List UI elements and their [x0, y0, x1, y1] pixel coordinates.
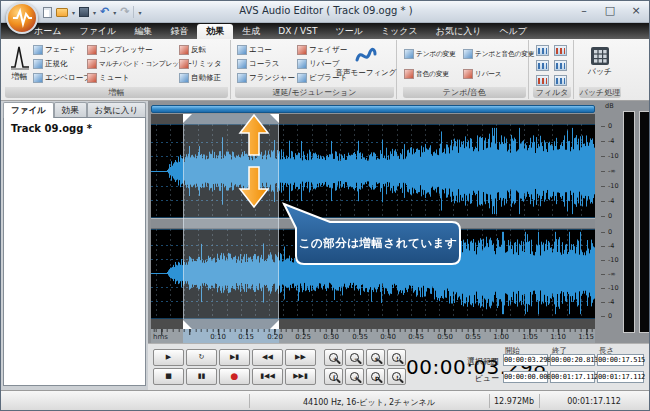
sidebar-tab-favorites[interactable]: お気に入り: [87, 102, 146, 117]
db-unit-label: dB: [605, 102, 614, 110]
tab-generate[interactable]: 生成: [233, 24, 269, 39]
zoom-selection-icon: [: [329, 372, 338, 381]
change-tempo-button[interactable]: テンポの変更: [404, 48, 456, 60]
time-ruler[interactable]: hms 0:10 0:15 0:20 0:25 0:30 0:35 0:40 0…: [151, 329, 595, 343]
tab-help[interactable]: ヘルプ: [490, 24, 536, 39]
tab-dx-vst[interactable]: DX / VST: [269, 24, 326, 39]
ribbon-group-delay-modulation: エコー コーラス フランジャー フェイザー リバーブ ビブラート 音声モーフィン…: [233, 40, 397, 99]
zoom-out-button[interactable]: −: [345, 349, 364, 366]
tab-mix[interactable]: ミックス: [372, 24, 427, 39]
selection-strip-top[interactable]: [151, 114, 595, 124]
filter-eq-icon-2[interactable]: [554, 45, 567, 56]
selection-end-flag-icon[interactable]: [270, 114, 279, 123]
change-tempo-icon: [404, 49, 414, 59]
rewind-button[interactable]: ◀◀: [252, 349, 283, 366]
zoom-selection-button[interactable]: [: [324, 368, 343, 385]
selection-start-flag-bottom-icon[interactable]: [183, 320, 192, 329]
ribbon-group-filters: フィルター: [531, 40, 574, 99]
zoom-in-button[interactable]: +: [324, 349, 343, 366]
view-start-field[interactable]: 00:00:00.000: [503, 371, 548, 383]
selection-end-flag-bottom-icon[interactable]: [270, 320, 279, 329]
zoom-custom-button[interactable]: !: [387, 368, 406, 385]
fade-button[interactable]: フェード: [33, 44, 76, 56]
filter-eq-icon-6[interactable]: [554, 75, 567, 86]
selection-range-bottom[interactable]: [183, 319, 279, 329]
sidebar-tab-files[interactable]: ファイル: [3, 102, 54, 118]
batch-button[interactable]: バッチ: [582, 46, 618, 77]
go-to-end-button[interactable]: ▶▶▮: [285, 368, 316, 385]
echo-icon: [237, 45, 247, 55]
view-end-field[interactable]: 00:01:17.112: [550, 371, 595, 383]
change-pitch-button[interactable]: 音色の変更: [404, 68, 449, 80]
minimize-button[interactable]: –: [577, 4, 591, 17]
filter-eq-icon-1[interactable]: [536, 45, 549, 56]
amplify-button[interactable]: 増幅: [6, 43, 33, 82]
envelope-button[interactable]: エンベロープ: [33, 72, 91, 84]
zoom-vertical-button[interactable]: s: [366, 349, 385, 366]
zoom-out-full-button[interactable]: +: [345, 368, 364, 385]
chorus-button[interactable]: コーラス: [237, 58, 280, 70]
pause-button[interactable]: ▮▮: [186, 368, 217, 385]
filter-eq-icon-4[interactable]: [554, 60, 567, 71]
tab-effects[interactable]: 効果: [197, 24, 233, 39]
reverse-icon: [463, 69, 473, 79]
waveform-area: hms 0:10 0:15 0:20 0:25 0:30 0:35 0:40 0…: [148, 101, 650, 343]
multiband-compressor-button[interactable]: マルチバンド・コンプレッサー: [87, 58, 192, 70]
filter-eq-icon-5[interactable]: [536, 75, 549, 86]
zoom-special-button[interactable]: !: [387, 349, 406, 366]
echo-button[interactable]: エコー: [237, 44, 272, 56]
reverse-button[interactable]: リバース: [463, 68, 501, 80]
selection-strip-bottom[interactable]: [151, 319, 595, 329]
tab-file[interactable]: ファイル: [70, 24, 125, 39]
stop-button[interactable]: ■: [153, 368, 184, 385]
play-to-end-button[interactable]: ▶▮: [219, 349, 250, 366]
compressor-button[interactable]: コンプレッサー: [87, 44, 153, 56]
sidebar-tab-effects[interactable]: 効果: [54, 102, 87, 117]
tab-edit[interactable]: 編集: [125, 24, 161, 39]
tab-record[interactable]: 録音: [161, 24, 197, 39]
status-duration: 00:01:17.112: [541, 397, 647, 406]
tab-favorites[interactable]: お気に入り: [427, 24, 491, 39]
selection-start-field[interactable]: 00:00:03.298: [503, 354, 548, 366]
group-label-filters: フィルター: [533, 87, 571, 98]
invert-button[interactable]: 反転: [179, 44, 206, 56]
zoom-fit-button[interactable]: p: [366, 368, 385, 385]
reverb-button[interactable]: リバーブ: [297, 58, 340, 70]
auto-correct-button[interactable]: 自動修正: [179, 72, 221, 84]
go-to-start-button[interactable]: ▮◀◀: [252, 368, 283, 385]
mute-button[interactable]: ミュート: [87, 72, 130, 84]
mute-icon: [87, 73, 97, 83]
record-button[interactable]: ●: [219, 368, 250, 385]
normalize-button[interactable]: 正規化: [33, 58, 68, 70]
status-bar: 44100 Hz, 16-ビット, 2チャンネル 12.972Mb 00:01:…: [1, 390, 650, 411]
file-list-item[interactable]: Track 09.ogg *: [4, 118, 145, 134]
ruler-unit: hms: [153, 333, 168, 341]
ruler-label: 1:00: [489, 333, 513, 341]
ruler-label: 1:05: [518, 333, 542, 341]
flanger-button[interactable]: フランジャー: [237, 72, 295, 84]
voice-morphing-icon: [354, 44, 378, 68]
limiter-button[interactable]: リミッタ: [179, 58, 222, 70]
zoom-in-icon: +: [329, 353, 338, 362]
change-tempo-pitch-button[interactable]: テンポと音色の変更: [463, 48, 534, 60]
amplify-icon: [9, 43, 31, 71]
ruler-label: 1:10: [546, 333, 570, 341]
voice-morphing-button[interactable]: 音声モーフィング: [337, 44, 395, 78]
flanger-icon: [237, 73, 247, 83]
play-button[interactable]: ▶: [153, 349, 184, 366]
close-button[interactable]: ×: [629, 4, 643, 17]
tab-tools[interactable]: ツール: [326, 24, 371, 39]
sidebar: ファイル 効果 お気に入り Track 09.ogg *: [1, 101, 148, 390]
zoom-out-full-icon: +: [350, 372, 359, 381]
loop-button[interactable]: ↻: [186, 349, 217, 366]
selection-length-field[interactable]: 00:00:17.515: [597, 354, 644, 366]
forward-button[interactable]: ▶▶: [285, 349, 316, 366]
filter-eq-icon-3[interactable]: [536, 60, 549, 71]
horizontal-scrollbar[interactable]: [151, 105, 595, 113]
maximize-button[interactable]: □: [603, 4, 617, 17]
view-length-field[interactable]: 00:01:17.112: [597, 371, 644, 383]
selection-end-field[interactable]: 00:00:20.813: [550, 354, 595, 366]
ribbon-group-amplify: 増幅 フェード 正規化 エンベロープ コンプレッサー マルチバンド・コンプレッサ…: [3, 40, 231, 99]
selection-start-flag-icon[interactable]: [183, 114, 192, 123]
app-logo-icon[interactable]: [6, 2, 38, 34]
